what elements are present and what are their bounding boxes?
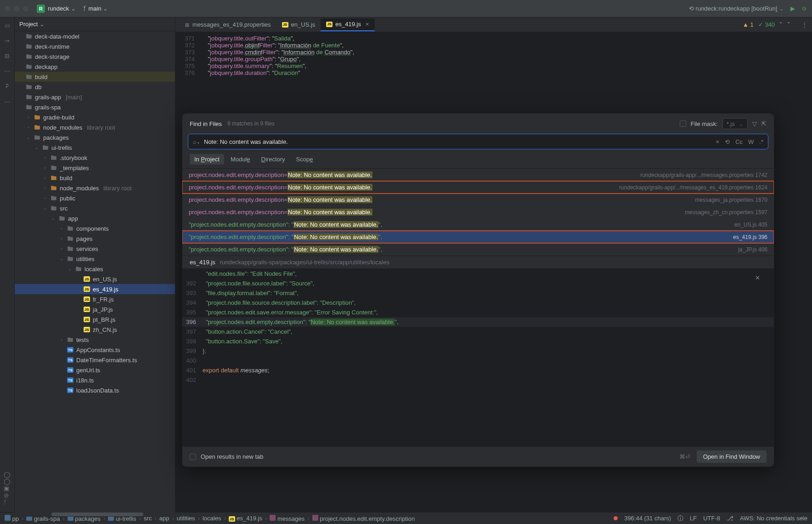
window-controls[interactable]	[5, 6, 28, 11]
scope-tab[interactable]: In Project	[190, 154, 224, 165]
tree-folder[interactable]: deck-storage	[15, 51, 175, 62]
results-list[interactable]: project.nodes.edit.empty.description=Not…	[182, 168, 774, 256]
tree-folder[interactable]: build	[15, 72, 175, 82]
regex-toggle[interactable]: .*	[759, 138, 763, 145]
tree-folder[interactable]: grails-app[main]	[15, 92, 175, 102]
gutter-tool-1[interactable]: ◯	[4, 471, 11, 478]
problems-icon[interactable]: ⊘	[4, 492, 11, 499]
tree-folder[interactable]: ›components	[15, 223, 175, 234]
tree-file[interactable]: TSgenUrl.ts	[15, 365, 175, 375]
result-row[interactable]: project.nodes.edit.empty.description=Not…	[182, 181, 774, 194]
tree-folder[interactable]: db	[15, 82, 175, 92]
breadcrumb-segment[interactable]: JS es_419.js	[229, 515, 262, 522]
folder-icon[interactable]: ▭	[5, 22, 10, 29]
run-config-dropdown[interactable]: ⟲ rundeck:rundeckapp [bootRun]	[689, 5, 784, 12]
tree-folder[interactable]: ›.storybook	[15, 153, 175, 163]
tree-file[interactable]: JSen_US.js	[15, 274, 175, 284]
tree-folder[interactable]: ›public	[15, 193, 175, 203]
open-new-tab-checkbox[interactable]	[190, 454, 196, 460]
close-preview-icon[interactable]: ✕	[755, 274, 760, 281]
tree-folder[interactable]: ›node_moduleslibrary root	[15, 183, 175, 193]
open-in-find-window-button[interactable]: Open in Find Window	[697, 450, 767, 463]
pr-icon[interactable]: Ꭾ	[6, 83, 9, 90]
words-toggle[interactable]: W	[748, 138, 754, 145]
tree-folder[interactable]: deck-runtime	[15, 41, 175, 51]
branch-dropdown[interactable]: ᚶ main	[83, 5, 108, 12]
result-row[interactable]: project.nodes.edit.empty.description=Not…	[182, 169, 774, 181]
inspection-widget[interactable]: ▲ 1 ✓ 340 ˄ ˅	[743, 21, 790, 28]
commit-icon[interactable]: ⊸	[5, 37, 10, 44]
breadcrumb-segment[interactable]: utilities	[177, 515, 195, 522]
pin-icon[interactable]: ⇱	[761, 120, 767, 127]
chevron-down-icon[interactable]: ˅	[787, 21, 790, 28]
encoding[interactable]: UTF-8	[703, 515, 720, 522]
search-input[interactable]	[204, 138, 716, 145]
tree-folder[interactable]: ›pages	[15, 234, 175, 244]
scope-tab[interactable]: Module	[226, 154, 255, 165]
close-icon[interactable]: ×	[366, 21, 369, 28]
tree-folder[interactable]: grails-spa	[15, 102, 175, 112]
tree-folder[interactable]: ⌄src	[15, 203, 175, 213]
more-icon[interactable]: ⋯	[4, 98, 10, 105]
vcs-icon[interactable]: ᚶ	[4, 499, 11, 506]
tree-folder[interactable]: deck-data-model	[15, 31, 175, 41]
tree-file[interactable]: TSAppConstants.ts	[15, 345, 175, 355]
file-mask-input[interactable]: *.js ⌄	[722, 118, 748, 129]
tree-file[interactable]: TSloadJsonData.ts	[15, 385, 175, 395]
breadcrumb-segment[interactable]: locales	[203, 515, 221, 522]
tree-folder[interactable]: ›tests	[15, 335, 175, 345]
editor-tab[interactable]: ≣messages_es_419.properties	[179, 18, 276, 31]
match-case-toggle[interactable]: Cc	[735, 138, 743, 145]
result-row[interactable]: "project.nodes.edit.empty.description": …	[182, 218, 774, 231]
tree-file[interactable]: JSpt_BR.js	[15, 314, 175, 325]
clear-icon[interactable]: ×	[716, 138, 720, 145]
search-scope-tabs[interactable]: In ProjectModuleDirectoryScope	[182, 151, 774, 168]
tree-file[interactable]: JSes_419.js	[15, 284, 175, 294]
terminal-icon[interactable]: ▣	[4, 485, 11, 492]
breadcrumb-segment[interactable]: messages	[270, 515, 304, 522]
project-dropdown[interactable]: rundeck	[48, 5, 76, 12]
tree-file[interactable]: JSja_JP.js	[15, 304, 175, 314]
caret-position[interactable]: 396:44 (31 chars)	[624, 515, 671, 522]
project-tree[interactable]: deck-data-modeldeck-runtimedeck-storaged…	[15, 31, 175, 512]
tree-folder[interactable]: ⌄packages	[15, 132, 175, 142]
bookmarks-icon[interactable]: ⋯	[4, 68, 10, 74]
result-row[interactable]: project.nodes.edit.empty.description=Not…	[182, 206, 774, 218]
tree-folder[interactable]: ›gradle-build	[15, 112, 175, 122]
line-separator[interactable]: LF	[690, 515, 697, 522]
tree-folder[interactable]: ›build	[15, 173, 175, 183]
history-icon[interactable]: ⟲	[725, 138, 730, 145]
chevron-up-icon[interactable]: ˄	[779, 21, 783, 28]
filter-icon[interactable]: ▽	[752, 120, 757, 127]
indent-indicator[interactable]: ⓘ	[677, 514, 683, 523]
result-row[interactable]: "project.nodes.edit.empty.description": …	[182, 231, 774, 243]
breadcrumb-segment[interactable]: project.nodes.edit.empty.description	[312, 515, 415, 522]
structure-icon[interactable]: ⊟	[5, 52, 10, 59]
tree-folder[interactable]: ⌄app	[15, 213, 175, 223]
run-icon[interactable]: ▶	[790, 5, 795, 12]
preview-editor[interactable]: ✕ "edit.nodes.file": "Edit Nodes File",3…	[182, 269, 774, 446]
tree-folder[interactable]: ⌄utilities	[15, 254, 175, 264]
editor-tab[interactable]: JSes_419.js×	[321, 18, 374, 31]
scope-tab[interactable]: Directory	[257, 154, 290, 165]
sidebar-hscroll[interactable]	[15, 512, 175, 517]
search-field[interactable]: ⌕▾ × ⟲ Cc W .*	[188, 134, 768, 149]
tree-folder[interactable]: ›_templates	[15, 163, 175, 173]
tree-file[interactable]: TSDateTimeFormatters.ts	[15, 355, 175, 365]
tree-folder[interactable]: ⌄ui-trellis	[15, 142, 175, 153]
git-status-icon[interactable]: ⎇	[727, 515, 733, 522]
tabs-more-icon[interactable]: ⋮	[797, 21, 812, 28]
gutter-tool-2[interactable]: ◯	[4, 478, 11, 485]
tree-folder[interactable]: ›services	[15, 244, 175, 254]
tree-file[interactable]: TSi18n.ts	[15, 375, 175, 385]
tree-file[interactable]: JSfr_FR.js	[15, 294, 175, 304]
scope-tab[interactable]: Scope	[292, 154, 318, 165]
file-mask-checkbox[interactable]	[680, 120, 686, 127]
editor-tab[interactable]: JSen_US.js	[276, 18, 321, 31]
result-row[interactable]: project.nodes.edit.empty.description=Not…	[182, 194, 774, 206]
tree-folder[interactable]: ⌄locales	[15, 264, 175, 274]
debug-icon[interactable]: ⛭	[801, 5, 807, 12]
project-view-dropdown[interactable]: Project	[19, 21, 45, 28]
tree-folder[interactable]: ›node_moduleslibrary root	[15, 122, 175, 132]
aws-status[interactable]: AWS: No credentials sele	[740, 515, 807, 522]
